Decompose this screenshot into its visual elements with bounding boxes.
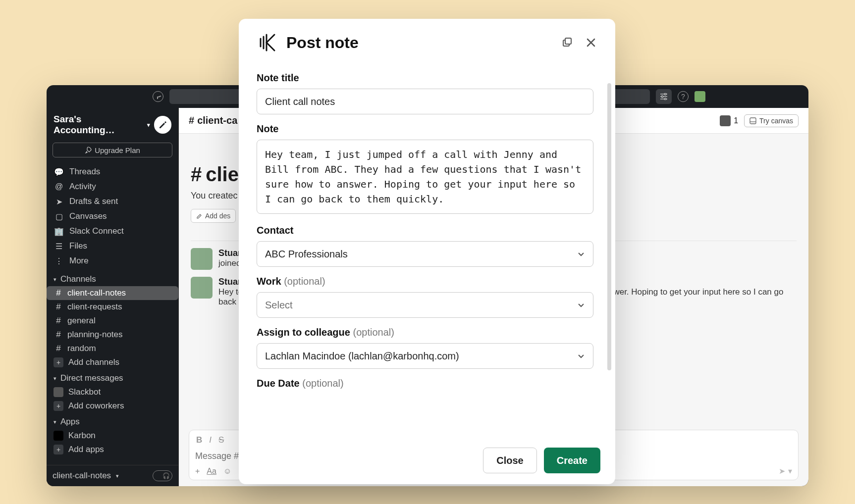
close-button[interactable]: Close	[483, 448, 536, 473]
emoji-button[interactable]: ☺	[223, 467, 231, 476]
strike-button[interactable]: S	[218, 435, 224, 445]
upgrade-plan-button[interactable]: Upgrade Plan	[53, 143, 172, 157]
plus-icon: +	[53, 445, 63, 454]
close-button-label: Close	[496, 455, 523, 466]
add-apps-label: Add apps	[68, 445, 104, 454]
nav-label: Threads	[69, 167, 100, 177]
nav-drafts[interactable]: ➤Drafts & sent	[47, 194, 178, 209]
italic-button[interactable]: I	[209, 435, 212, 445]
due-optional-text: (optional)	[302, 378, 343, 389]
hash-icon: #	[54, 288, 62, 298]
hash-icon: #	[54, 316, 62, 326]
nav-label: Canvases	[69, 211, 107, 221]
channel-client-call-notes[interactable]: #client-call-notes	[47, 286, 178, 300]
app-karbon[interactable]: Karbon	[47, 429, 178, 443]
chevron-down-icon: ▾	[53, 375, 56, 382]
add-coworkers-button[interactable]: + Add coworkers	[47, 399, 178, 413]
add-coworkers-label: Add coworkers	[68, 401, 124, 411]
message-avatar[interactable]	[191, 248, 213, 270]
work-select[interactable]: Select	[257, 292, 593, 318]
note-textarea[interactable]	[257, 140, 593, 214]
threads-icon: 💬	[54, 167, 63, 176]
attach-button[interactable]: +	[195, 467, 200, 476]
channel-random[interactable]: #random	[47, 342, 178, 355]
workspace-switcher[interactable]: Sara's Accounting… ▾	[47, 108, 178, 141]
bold-button[interactable]: B	[196, 435, 202, 445]
apps-header-label: Apps	[60, 417, 80, 427]
nav-threads[interactable]: 💬Threads	[47, 164, 178, 179]
note-label: Note	[257, 123, 597, 135]
apps-section-header[interactable]: ▾ Apps	[47, 413, 178, 429]
svg-rect-6	[750, 118, 756, 124]
message-avatar[interactable]	[191, 277, 213, 299]
channel-planning-notes[interactable]: #planning-notes	[47, 328, 178, 342]
add-description-label: Add des	[205, 212, 230, 220]
format-button[interactable]: Aa	[207, 467, 216, 476]
modal-title: Post note	[286, 34, 359, 52]
dm-slackbot[interactable]: Slackbot	[47, 385, 178, 399]
note-title-input[interactable]	[257, 89, 593, 114]
channels-section-header[interactable]: ▾ Channels	[47, 270, 178, 286]
dm-label: Slackbot	[68, 387, 101, 397]
channel-title-text: client-ca	[197, 115, 237, 126]
channel-label: random	[67, 344, 96, 353]
try-canvas-button[interactable]: Try canvas	[744, 114, 799, 127]
assign-label-text: Assign to colleague	[257, 327, 350, 338]
chevron-down-icon: ▾	[53, 419, 56, 425]
stack-icon: ☰	[54, 242, 63, 251]
nav-activity[interactable]: @Activity	[47, 179, 178, 194]
chevron-down-icon	[577, 352, 585, 360]
due-label-text: Due Date	[257, 378, 300, 389]
open-new-window-button[interactable]	[561, 36, 574, 49]
channel-label: client-call-notes	[67, 288, 126, 298]
due-date-label: Due Date (optional)	[257, 378, 597, 389]
chevron-down-icon: ▾	[147, 122, 150, 128]
chevron-down-icon	[577, 250, 585, 258]
member-count-value: 1	[734, 116, 738, 125]
work-label-text: Work	[257, 276, 281, 287]
contact-label: Contact	[257, 225, 597, 236]
dms-section-header[interactable]: ▾ Direct messages	[47, 369, 178, 385]
filter-button[interactable]	[656, 89, 672, 104]
send-options-button[interactable]: ▾	[788, 466, 792, 476]
channels-header-label: Channels	[60, 274, 96, 284]
assign-select[interactable]: Lachlan Macindoe (lachlan@karbonhq.com)	[257, 343, 593, 369]
contact-select[interactable]: ABC Professionals	[257, 241, 593, 267]
work-label: Work (optional)	[257, 276, 597, 287]
nav-more[interactable]: ⋮More	[47, 253, 178, 268]
user-avatar[interactable]	[695, 91, 705, 102]
nav-slack-connect[interactable]: 🏢Slack Connect	[47, 224, 178, 239]
modal-header: Post note	[239, 19, 615, 58]
nav-files[interactable]: ☰Files	[47, 239, 178, 253]
contact-select-value: ABC Professionals	[265, 249, 348, 260]
huddle-toggle[interactable]: 🎧	[153, 470, 172, 481]
footer-channel[interactable]: client-call-notes	[53, 471, 111, 481]
channel-general[interactable]: #general	[47, 314, 178, 328]
create-button[interactable]: Create	[544, 448, 600, 473]
channel-label: client-requests	[67, 302, 122, 312]
channel-title[interactable]: # client-ca	[189, 115, 237, 126]
work-select-value: Select	[265, 300, 293, 311]
channel-client-requests[interactable]: #client-requests	[47, 300, 178, 314]
canvas-icon	[749, 117, 756, 124]
history-icon[interactable]	[153, 91, 163, 102]
send-button[interactable]: ➤	[779, 466, 785, 476]
hash-icon: #	[189, 115, 194, 126]
nav-canvases[interactable]: ▢Canvases	[47, 209, 178, 224]
compose-button[interactable]	[154, 116, 171, 134]
help-icon[interactable]: ?	[678, 91, 689, 102]
add-channels-button[interactable]: + Add channels	[47, 355, 178, 369]
svg-rect-11	[565, 38, 571, 44]
assign-select-value: Lachlan Macindoe (lachlan@karbonhq.com)	[265, 351, 459, 362]
nav-label: Files	[69, 241, 87, 251]
chevron-down-icon[interactable]: ▾	[116, 473, 119, 479]
modal-scrollbar[interactable]	[607, 83, 611, 370]
add-description-button[interactable]: Add des	[191, 209, 236, 223]
add-apps-button[interactable]: + Add apps	[47, 443, 178, 456]
member-count[interactable]: 1	[720, 115, 738, 126]
compose-icon	[158, 120, 167, 129]
close-modal-button[interactable]	[585, 36, 597, 49]
sidebar-footer: client-call-notes ▾ 🎧	[47, 465, 178, 486]
headphones-icon: 🎧	[162, 472, 170, 479]
svg-point-5	[664, 98, 666, 100]
